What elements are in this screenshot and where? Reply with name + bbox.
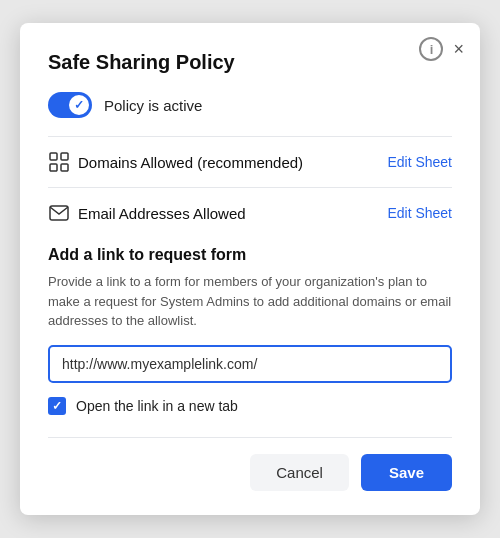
policy-active-toggle[interactable]: ✓ xyxy=(48,92,92,118)
svg-rect-0 xyxy=(50,153,57,160)
add-link-title: Add a link to request form xyxy=(48,246,452,264)
grid-icon xyxy=(48,151,70,173)
email-allowed-label: Email Addresses Allowed xyxy=(78,205,246,222)
add-link-description: Provide a link to a form for members of … xyxy=(48,272,452,331)
new-tab-label: Open the link in a new tab xyxy=(76,398,238,414)
toggle-checkmark: ✓ xyxy=(74,98,84,112)
domains-allowed-label: Domains Allowed (recommended) xyxy=(78,154,303,171)
new-tab-checkbox-row: ✓ Open the link in a new tab xyxy=(48,397,452,415)
info-icon[interactable]: i xyxy=(419,37,443,61)
checkbox-checkmark: ✓ xyxy=(52,399,62,413)
email-edit-sheet-link[interactable]: Edit Sheet xyxy=(387,205,452,221)
dialog-footer: Cancel Save xyxy=(48,437,452,491)
svg-rect-4 xyxy=(50,206,68,220)
email-allowed-row: Email Addresses Allowed Edit Sheet xyxy=(48,187,452,238)
domains-edit-sheet-link[interactable]: Edit Sheet xyxy=(387,154,452,170)
save-button[interactable]: Save xyxy=(361,454,452,491)
new-tab-checkbox[interactable]: ✓ xyxy=(48,397,66,415)
svg-rect-2 xyxy=(50,164,57,171)
svg-rect-3 xyxy=(61,164,68,171)
domains-allowed-left: Domains Allowed (recommended) xyxy=(48,151,303,173)
safe-sharing-policy-dialog: i × Safe Sharing Policy ✓ Policy is acti… xyxy=(20,23,480,515)
email-allowed-left: Email Addresses Allowed xyxy=(48,202,246,224)
email-icon xyxy=(48,202,70,224)
dialog-header-icons: i × xyxy=(419,37,464,61)
dialog-title: Safe Sharing Policy xyxy=(48,51,452,74)
dialog-overlay: i × Safe Sharing Policy ✓ Policy is acti… xyxy=(0,0,500,538)
url-input[interactable] xyxy=(48,345,452,383)
toggle-label: Policy is active xyxy=(104,97,202,114)
cancel-button[interactable]: Cancel xyxy=(250,454,349,491)
toggle-row: ✓ Policy is active xyxy=(48,92,452,118)
svg-rect-1 xyxy=(61,153,68,160)
close-icon[interactable]: × xyxy=(453,40,464,58)
domains-allowed-row: Domains Allowed (recommended) Edit Sheet xyxy=(48,136,452,187)
